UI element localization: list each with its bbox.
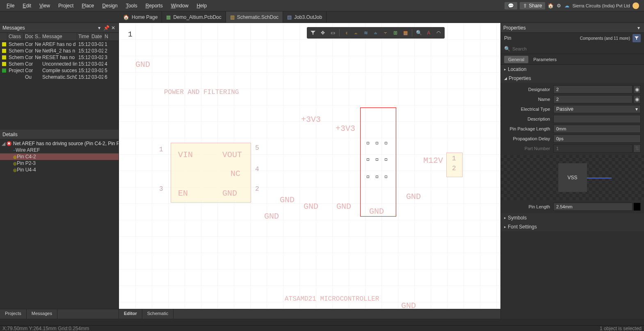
menu-project[interactable]: Project <box>54 1 78 10</box>
section-location[interactable]: ▸Location <box>501 65 644 74</box>
tree-item[interactable]: ◎ Pin P2-3 <box>0 160 119 167</box>
distribute-h-icon[interactable]: ≋ <box>361 28 370 37</box>
selection-handle[interactable] <box>385 142 387 144</box>
collapse-icon[interactable]: ◢ <box>2 141 6 146</box>
messages-header: Messages ▾ 📌 ✕ <box>0 23 119 33</box>
selection-handle[interactable] <box>367 158 369 161</box>
tree-item[interactable]: ⎓ Wire AREF <box>0 147 119 153</box>
stepper-icon[interactable]: ⇅ <box>633 144 641 153</box>
visibility-toggle[interactable]: ◉ <box>633 95 641 103</box>
selection-handle[interactable] <box>385 176 387 178</box>
col-doc[interactable]: Doc... <box>24 33 34 41</box>
pin-icon: ◎ <box>13 155 17 159</box>
col-src[interactable]: S... <box>34 33 41 41</box>
menu-edit[interactable]: Edit <box>18 1 35 10</box>
tab-schdoc[interactable]: ▥Schematic.SchDoc <box>226 11 283 23</box>
tab-home-page[interactable]: 🏠Home Page <box>119 11 162 23</box>
filter-icon[interactable] <box>308 28 317 37</box>
move-icon[interactable]: ✥ <box>318 28 327 37</box>
snap-icon[interactable]: ▦ <box>401 28 410 37</box>
tab-general[interactable]: General <box>504 56 528 63</box>
message-row[interactable]: SchemCorUnconnected line15:12:03-024 <box>0 61 119 67</box>
col-class[interactable]: Class <box>7 33 24 41</box>
menu-design[interactable]: Design <box>98 1 121 10</box>
gnd-sel: GND <box>369 207 384 216</box>
details-tree: ◢ ✖ Net AREF has no driving source (Pin … <box>0 139 119 309</box>
tab-projects[interactable]: Projects <box>0 309 27 319</box>
menu-file[interactable]: File <box>2 1 18 10</box>
dropdown-icon[interactable]: ▾ <box>96 25 102 31</box>
message-row[interactable]: SchemCorNetNetR4_2 has n15:12:03-022 <box>0 48 119 54</box>
pin-pkg-len-input[interactable]: 0mm <box>553 125 641 133</box>
tab-editor[interactable]: Editor <box>119 309 142 319</box>
align-top-icon[interactable]: ⫟ <box>381 28 390 37</box>
distribute-v-icon[interactable]: ⫨ <box>371 28 380 37</box>
tree-root[interactable]: ◢ ✖ Net AREF has no driving source (Pin … <box>0 140 119 147</box>
electrical-type-select[interactable]: Passive▾ <box>553 105 641 113</box>
pin-icon: ◎ <box>13 168 17 172</box>
section-properties[interactable]: ◢Properties <box>501 74 644 83</box>
col-date[interactable]: Date <box>90 33 103 41</box>
message-row[interactable]: SchemCorNetRESET has no15:12:03-023 <box>0 54 119 61</box>
home-icon[interactable]: 🏠 <box>548 3 553 9</box>
status-square-icon <box>2 42 6 46</box>
selection-handle[interactable] <box>385 158 387 161</box>
selection-handle[interactable] <box>376 176 378 178</box>
selection-handle[interactable] <box>376 142 378 144</box>
filter-icon[interactable] <box>633 34 641 42</box>
schematic-editor[interactable]: 1 ✥ ▭ ⫞ ⫠ ≋ ⫨ ⫟ ⊞ ▦ 🔍 A ◠ GND POWE <box>119 23 500 319</box>
share-button[interactable]: ⇪Share <box>520 2 545 9</box>
selection-handle[interactable] <box>367 142 369 144</box>
tab-pcbdoc[interactable]: ▦Demo_Altium.PcbDoc <box>162 11 226 23</box>
tab-schematic[interactable]: Schematic <box>142 309 174 319</box>
selection-handle[interactable] <box>376 158 378 161</box>
tab-parameters[interactable]: Parameters <box>529 56 561 63</box>
description-input[interactable] <box>553 115 641 123</box>
tree-item[interactable]: ◎ Pin U4-4 <box>0 167 119 173</box>
menu-place[interactable]: Place <box>78 1 98 10</box>
pin-icon[interactable]: 📌 <box>103 25 109 31</box>
menu-window[interactable]: Window <box>167 1 193 10</box>
selection-handle[interactable] <box>367 176 369 178</box>
tab-outjob[interactable]: ▤Job3.OutJob <box>283 11 327 23</box>
message-row[interactable]: OuSchematic.SchDoc15:12:03-026 <box>0 74 119 80</box>
color-swatch[interactable] <box>633 203 641 211</box>
message-row[interactable]: SchemCorNetAREF has no d15:12:03-021 <box>0 41 119 48</box>
menu-tools[interactable]: Tools <box>122 1 142 10</box>
notify-button[interactable]: 💬 <box>505 2 517 9</box>
search-input[interactable] <box>512 46 641 51</box>
message-row[interactable]: ProjectCorCompile successfu15:12:03-025 <box>0 67 119 74</box>
col-msg[interactable]: Message <box>41 33 77 41</box>
grid-icon[interactable]: ⊞ <box>391 28 400 37</box>
section-font[interactable]: ▸Font Settings <box>501 222 644 231</box>
dropdown-icon[interactable]: ▾ <box>636 25 642 31</box>
gear-icon[interactable]: ⚙ <box>556 3 562 9</box>
select-icon[interactable]: ▭ <box>328 28 337 37</box>
align-center-icon[interactable]: ⫠ <box>352 28 361 37</box>
menu-view[interactable]: View <box>35 1 54 10</box>
field-label: Pin Package Length <box>504 126 553 131</box>
col-time[interactable]: Time <box>77 33 90 41</box>
menu-reports[interactable]: Reports <box>142 1 167 10</box>
user-avatar[interactable] <box>633 2 639 9</box>
pin-4: 4 <box>255 166 259 173</box>
designator-input[interactable]: 2 <box>553 85 633 94</box>
caret-right-icon: ▸ <box>504 225 506 229</box>
name-input[interactable]: 2 <box>553 95 633 103</box>
text-icon[interactable]: A <box>424 28 433 37</box>
tree-item-label: Pin C4-2 <box>17 154 36 160</box>
section-symbols[interactable]: ▸Symbols <box>501 213 644 222</box>
prop-delay-input[interactable]: 0ps <box>553 135 641 143</box>
align-left-icon[interactable]: ⫞ <box>342 28 351 37</box>
arc-icon[interactable]: ◠ <box>434 28 443 37</box>
pin-length-input[interactable]: 2.54mm <box>553 203 633 211</box>
menu-help[interactable]: Help <box>192 1 211 10</box>
tree-item[interactable]: ◎ Pin C4-2 <box>0 153 119 160</box>
cloud-icon[interactable]: ☁ <box>564 3 570 9</box>
visibility-toggle[interactable]: ◉ <box>633 85 641 94</box>
preview-label: VSS <box>567 175 577 180</box>
tab-messages[interactable]: Messages <box>27 309 57 319</box>
col-no[interactable]: N... <box>103 33 109 41</box>
close-icon[interactable]: ✕ <box>110 25 116 31</box>
zoom-icon[interactable]: 🔍 <box>414 28 423 37</box>
